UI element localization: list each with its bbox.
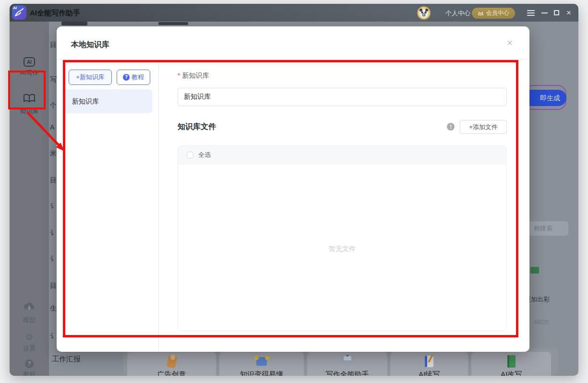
knowledge-book-icon [253, 353, 270, 370]
ad-creative-icon [164, 353, 180, 370]
feature-card[interactable]: 知识变得易懂 [219, 352, 304, 376]
panel-divider [158, 60, 159, 352]
crown-icon [478, 11, 484, 16]
maximize-button[interactable] [554, 4, 559, 22]
personal-center-button[interactable]: 个人中心 [445, 9, 470, 18]
tutorial-question-icon: ? [123, 74, 130, 81]
files-section-title: 知识库文件 [178, 122, 216, 132]
maximize-icon [554, 10, 559, 15]
question-circle-icon: ? [25, 359, 34, 368]
feature-card-title: AI改写 [471, 370, 551, 376]
sidebar-item-knowledge-base[interactable]: 知识库 [10, 94, 49, 116]
background-list-fragment: 目 [50, 41, 57, 49]
name-field-label: *新知识库 [178, 72, 209, 80]
background-list-fragment: 讠 [50, 255, 57, 263]
ai-rewrite-icon [503, 353, 519, 370]
select-all-label: 全选 [198, 151, 211, 159]
modal-title: 本地知识库 [71, 40, 109, 50]
gear-icon: ⚙ [25, 333, 33, 342]
feature-card-title: 知识变得易懂 [219, 370, 304, 376]
sidebar-label: 教程 [10, 370, 49, 376]
sidebar-item-tutorial[interactable]: ? 教程 [10, 359, 49, 376]
ai-continue-writing-icon [421, 353, 437, 370]
title-bar: AI AI全能写作助手 个人中心 会员中心 [10, 4, 578, 22]
file-list-header: 全选 [178, 146, 506, 164]
clipped-text-fragment [158, 22, 188, 25]
background-list-fragment: A [50, 123, 57, 132]
file-list-panel: 全选 暂无文件 [178, 145, 507, 331]
background-list-fragment: 生 [50, 304, 57, 312]
close-icon: × [507, 37, 513, 48]
hamburger-icon [527, 10, 535, 16]
background-list-fragment: 个 [50, 101, 57, 109]
feature-card[interactable]: 广告创意 [127, 352, 216, 376]
background-list-fragment: 讠 [50, 202, 57, 210]
cloud-download-icon [23, 301, 36, 312]
document-icon [530, 267, 539, 274]
empty-state-text: 暂无文件 [178, 245, 506, 253]
minimize-icon [541, 12, 548, 13]
avatar[interactable] [417, 6, 431, 20]
knowledge-base-name-input[interactable] [178, 88, 507, 106]
tutorial-button[interactable]: ? 教程 [117, 70, 150, 85]
sidebar-label: 设置 [10, 344, 49, 353]
feature-card-title: 写作全能助手 [307, 370, 387, 376]
window-close-icon: × [566, 4, 571, 22]
clipped-text-fragment [61, 22, 87, 25]
member-center-button[interactable]: 会员中心 [472, 8, 515, 19]
new-knowledge-base-button[interactable]: +新知识库 [69, 70, 112, 85]
minimize-button[interactable] [541, 4, 548, 22]
feature-card-title: 广告创意 [127, 370, 216, 376]
app-logo-icon: AI [12, 5, 26, 20]
header-divider [57, 59, 529, 60]
tutorial-button-label: 教程 [132, 73, 144, 82]
feature-card[interactable]: 写作全能助手 [307, 352, 387, 376]
required-asterisk: * [178, 72, 180, 79]
sidebar-item-ai-writing[interactable]: AI AI写作 [10, 57, 49, 77]
quill-icon [12, 5, 26, 20]
background-list-fragment: 米 [50, 149, 57, 157]
feature-card[interactable]: AI改写 [471, 352, 551, 376]
background-card-usage: 482次 [534, 318, 549, 326]
modal-close-button[interactable]: × [504, 37, 516, 48]
add-file-button[interactable]: +添加文件 [460, 120, 507, 134]
sidebar-label: AI写作 [10, 69, 49, 77]
sidebar-item-model[interactable]: 模型 [10, 301, 49, 324]
member-center-label: 会员中心 [486, 9, 509, 17]
search-input[interactable]: 称搜索 [523, 221, 568, 236]
sidebar: AI AI写作 知识库 模型 ⚙ 设置 ? 教程 [10, 22, 49, 376]
menu-button[interactable] [527, 4, 535, 22]
local-knowledge-base-modal: 本地知识库 × +新知识库 ? 教程 新知识库 *新知识库 知识库文件 ! +添… [57, 26, 529, 352]
sidebar-label: 模型 [10, 316, 49, 324]
background-list-fragment: 写 [50, 75, 57, 84]
sidebar-label: 知识库 [10, 107, 49, 116]
app-title: AI全能写作助手 [30, 4, 80, 22]
feature-card-title: AI续写 [390, 370, 468, 376]
background-nav-item[interactable]: 工作汇报 [52, 355, 81, 364]
assistant-layers-icon [339, 353, 356, 370]
select-all-checkbox[interactable] [187, 152, 193, 158]
feature-card[interactable]: AI续写 [390, 352, 468, 376]
window-close-button[interactable]: × [566, 4, 571, 22]
knowledge-base-list-item-selected[interactable]: 新知识库 [63, 89, 152, 113]
background-list-fragment: 讠 [50, 332, 57, 340]
background-list-fragment: 目 [50, 176, 57, 184]
open-book-icon [23, 94, 36, 103]
warning-icon: ! [447, 123, 455, 131]
ai-writing-icon: AI [24, 57, 35, 67]
sidebar-item-settings[interactable]: ⚙ 设置 [10, 333, 49, 353]
background-list-fragment: 目 [50, 282, 57, 290]
background-list-fragment: 讠 [50, 229, 57, 237]
